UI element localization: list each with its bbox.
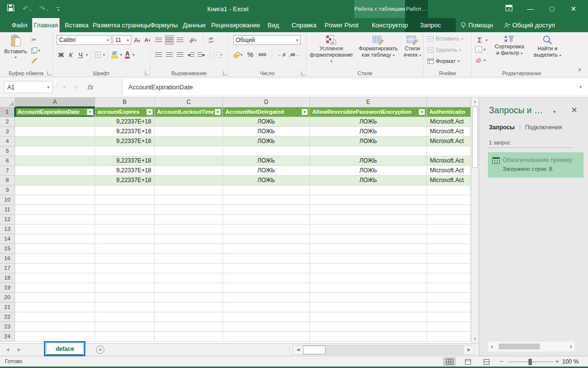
paste-button[interactable]: Вставить▾ (3, 35, 28, 61)
accounting-format-button[interactable]: ▾ (233, 50, 243, 60)
cell-C21[interactable] (155, 303, 223, 312)
autosum-button[interactable]: Σ (475, 35, 484, 45)
cell-B17[interactable] (95, 264, 155, 273)
cell-D24[interactable] (223, 332, 310, 342)
tab-formulas[interactable]: Формулы (149, 18, 179, 32)
fill-color-button[interactable] (110, 50, 119, 60)
cell-B2[interactable]: 9,22337E+18 (95, 117, 155, 127)
panel-tab-queries[interactable]: Запросы (489, 124, 515, 131)
cell-A16[interactable] (15, 254, 95, 264)
cell-C15[interactable] (155, 244, 223, 254)
cell-E6[interactable]: ЛОЖЬ (310, 156, 427, 166)
vertical-scroll-thumb[interactable] (472, 106, 478, 168)
cell-C6[interactable] (155, 156, 223, 166)
cell-A7[interactable] (15, 166, 95, 176)
copy-button[interactable]: ▾ (31, 47, 40, 54)
wrap-text-button[interactable]: abc↵ (207, 35, 216, 45)
cell-C23[interactable] (155, 322, 223, 332)
page-break-view-button[interactable] (480, 357, 493, 366)
grow-font-button[interactable]: A▴ (133, 35, 142, 45)
namebox-resize-handle[interactable]: ⋮ (55, 83, 60, 89)
tab-file[interactable]: Файл (7, 18, 32, 32)
cell-E9[interactable] (310, 185, 427, 195)
cell-D17[interactable] (223, 264, 310, 273)
cell-C13[interactable] (155, 225, 223, 234)
tab-review[interactable]: Рецензирование (210, 18, 262, 32)
fill-color-dropdown[interactable]: ▾ (120, 53, 122, 57)
borders-button[interactable] (93, 50, 102, 60)
format-as-table-button[interactable]: Форматировать как таблицу ▾ (355, 35, 401, 59)
row-header-17[interactable]: 17 (0, 264, 15, 273)
cell-F16[interactable] (427, 254, 471, 264)
zoom-level[interactable]: 100 % (562, 358, 579, 365)
autosum-dropdown[interactable]: ▾ (486, 38, 487, 42)
cell-D16[interactable] (223, 254, 310, 264)
clipboard-dialog-launcher[interactable] (47, 71, 51, 75)
cell-F23[interactable] (427, 322, 471, 332)
cell-E19[interactable] (310, 283, 427, 293)
cell-F5[interactable] (427, 146, 471, 156)
scroll-up-arrow[interactable]: ▲ (473, 98, 477, 105)
column-header-C[interactable]: C (155, 98, 223, 107)
borders-dropdown[interactable]: ▾ (103, 53, 105, 57)
column-header-A[interactable]: A (15, 98, 95, 107)
column-header-B[interactable]: B (95, 98, 155, 107)
cell-A18[interactable] (15, 273, 95, 283)
cell-F18[interactable] (427, 273, 471, 283)
cell-E15[interactable] (310, 244, 427, 254)
cell-B21[interactable] (95, 303, 155, 312)
vertical-scrollbar[interactable]: ▲ ▼ (471, 98, 479, 343)
comma-style-button[interactable]: 000 (258, 50, 267, 60)
cell-B13[interactable] (95, 225, 155, 234)
sort-filter-button[interactable]: АЯ Сортировка и фильтр ▾ (492, 35, 527, 57)
insert-function-button[interactable]: fx (87, 83, 93, 91)
row-header-13[interactable]: 13 (0, 225, 15, 234)
cell-F2[interactable]: Microsoft.Act (427, 117, 471, 127)
font-dialog-launcher[interactable] (145, 71, 149, 75)
align-bottom-button[interactable] (176, 35, 184, 45)
tab-help[interactable]: Справка (290, 18, 318, 32)
align-right-button[interactable] (176, 50, 184, 60)
cell-F9[interactable] (427, 185, 471, 195)
cell-D20[interactable] (223, 293, 310, 303)
cell-E14[interactable] (310, 234, 427, 244)
cell-A13[interactable] (15, 225, 95, 234)
cell-F17[interactable] (427, 264, 471, 273)
find-select-button[interactable]: Найти и выделить ▾ (530, 35, 565, 59)
cell-E12[interactable] (310, 215, 427, 225)
row-header-19[interactable]: 19 (0, 283, 15, 293)
cell-D3[interactable]: ЛОЖЬ (223, 127, 310, 137)
sheet-nav-left[interactable]: ◀ (6, 347, 9, 352)
row-header-16[interactable]: 16 (0, 254, 15, 264)
cell-E20[interactable] (310, 293, 427, 303)
cell-D4[interactable]: ЛОЖЬ (223, 137, 310, 146)
number-dialog-launcher[interactable] (301, 71, 305, 75)
cell-D19[interactable] (223, 283, 310, 293)
row-header-12[interactable]: 12 (0, 215, 15, 225)
cell-D10[interactable] (223, 195, 310, 205)
cell-B6[interactable]: 9,22337E+18 (95, 156, 155, 166)
query-list-item[interactable]: Обезличивание пример Загружено строк: 8. (488, 152, 584, 178)
add-sheet-button[interactable]: + (96, 346, 104, 354)
underline-button[interactable]: Ч (76, 50, 85, 60)
tell-me-help[interactable]: Помощн (458, 18, 496, 32)
filter-button-D[interactable]: ▾ (302, 109, 308, 115)
cell-C10[interactable] (155, 195, 223, 205)
cell-D11[interactable] (223, 205, 310, 215)
row-header-5[interactable]: 5 (0, 146, 15, 156)
row-header-9[interactable]: 9 (0, 185, 15, 195)
page-layout-view-button[interactable] (462, 357, 474, 366)
scroll-left-arrow[interactable]: ◀ (293, 346, 303, 354)
cell-F21[interactable] (427, 303, 471, 312)
scroll-right-arrow[interactable]: ▶ (464, 346, 474, 354)
select-all-corner[interactable] (0, 98, 15, 107)
row-header-21[interactable]: 21 (0, 303, 15, 312)
cell-F24[interactable] (427, 332, 471, 342)
tab-design[interactable]: Конструктор (366, 18, 414, 32)
zoom-out-button[interactable]: − (500, 358, 504, 365)
cell-D6[interactable]: ЛОЖЬ (223, 156, 310, 166)
cell-A14[interactable] (15, 234, 95, 244)
alignment-dialog-launcher[interactable] (223, 71, 227, 75)
tab-power-pivot[interactable]: Power Pivot (321, 18, 362, 32)
row-header-7[interactable]: 7 (0, 166, 15, 176)
